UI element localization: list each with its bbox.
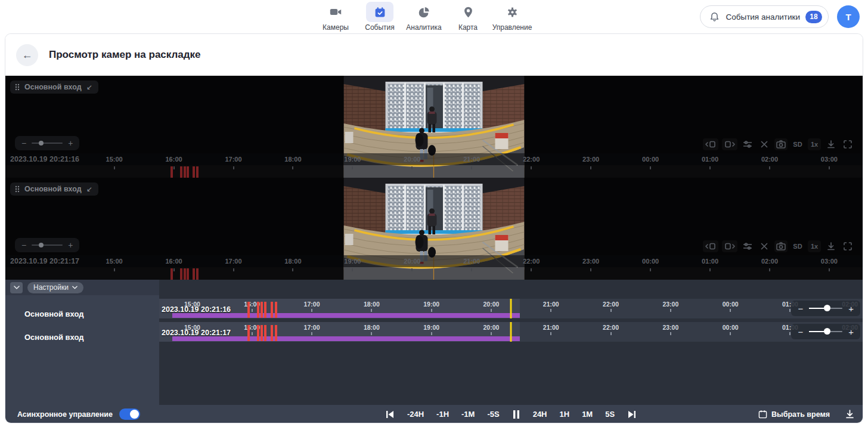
motion-event-marker[interactable] [180,166,182,178]
zoom-in-button[interactable]: + [68,240,73,250]
camera-timeline[interactable]: 2023.10.19 20:21:1615:0016:0017:0018:001… [5,153,863,178]
zoom-slider[interactable] [809,308,842,309]
speed-toggle[interactable]: 1x [808,138,821,150]
next-bookmark-button[interactable] [722,240,737,252]
motion-event-marker[interactable] [187,268,189,280]
zoom-slider[interactable] [809,331,842,332]
tab-management[interactable]: Управление [492,2,532,32]
motion-event-marker[interactable] [193,166,195,178]
step-button--5s[interactable]: -5S [487,410,499,419]
motion-event-marker[interactable] [184,166,186,178]
camera-title-chip[interactable]: Основной вход ↙ [10,182,98,196]
zoom-out-button[interactable]: − [21,138,26,148]
step-button-1m[interactable]: 1M [582,410,593,419]
next-bookmark-button[interactable] [722,138,737,150]
camera-title-chip[interactable]: Основной вход ↙ [10,81,98,94]
export-download-button[interactable] [845,410,854,419]
step-button-5s[interactable]: 5S [605,410,615,419]
drag-handle-icon[interactable] [15,185,20,193]
zoom-out-button[interactable]: − [798,327,803,337]
zoom-slider-knob[interactable] [824,305,830,311]
archive-record-bar[interactable] [172,336,520,341]
camera-panel-1[interactable]: Основной вход ↙ − + SD 1x 2023.10.19 2 [5,76,863,178]
tab-analytics[interactable]: Аналитика [404,2,444,32]
motion-event-marker[interactable] [180,268,182,280]
step-button--24h[interactable]: -24H [407,410,424,419]
tab-map[interactable]: Карта [448,2,488,32]
step-button--1h[interactable]: -1H [436,410,449,419]
collapse-arrow-icon[interactable]: ↙ [86,185,92,193]
skip-to-start-button[interactable] [385,410,395,419]
motion-event-marker[interactable] [264,302,266,318]
motion-event-marker[interactable] [257,325,259,341]
tab-events[interactable]: События [359,2,400,32]
step-button--1m[interactable]: -1M [461,410,475,419]
motion-event-marker[interactable] [271,325,273,341]
zoom-slider[interactable] [32,245,63,246]
fullscreen-button[interactable] [841,138,854,150]
collapse-arrow-icon[interactable]: ↙ [86,83,92,91]
speed-toggle[interactable]: 1x [808,240,821,252]
timeline-track[interactable]: 15:0016:0017:0018:0019:0020:0021:0022:00… [159,299,863,318]
user-avatar[interactable]: T [837,5,860,28]
zoom-slider-knob[interactable] [39,243,44,247]
skip-to-end-button[interactable] [627,410,637,419]
timeline-track[interactable]: 15:0016:0017:0018:0019:0020:0021:0022:00… [159,322,863,342]
pause-button[interactable] [512,410,520,419]
zoom-in-button[interactable]: + [848,304,854,314]
timeline-row-label[interactable]: Основной вход [5,302,159,326]
motion-event-marker[interactable] [247,325,250,341]
zoom-slider-knob[interactable] [39,141,44,146]
motion-event-marker[interactable] [275,302,277,318]
zoom-slider[interactable] [32,143,63,144]
tune-button[interactable] [741,240,754,252]
async-control-toggle[interactable] [119,408,140,420]
step-button-24h[interactable]: 24H [533,410,547,419]
close-button[interactable] [758,240,771,252]
zoom-out-button[interactable]: − [798,304,803,314]
motion-event-marker[interactable] [264,325,266,341]
back-button[interactable]: ← [16,44,38,66]
zoom-in-button[interactable]: + [68,138,73,148]
motion-event-marker[interactable] [170,166,173,178]
tab-cameras[interactable]: Камеры [315,2,356,32]
close-button[interactable] [758,138,771,150]
camera-panel-2[interactable]: Основной вход ↙ − + SD 1x 2023.10.19 2 [5,178,863,280]
quality-toggle[interactable]: SD [791,138,804,150]
motion-event-marker[interactable] [261,325,263,341]
motion-event-marker[interactable] [184,268,186,280]
motion-event-marker[interactable] [271,302,273,318]
motion-event-marker[interactable] [257,302,259,318]
motion-event-marker[interactable] [196,268,199,280]
tune-button[interactable] [741,138,754,150]
prev-bookmark-button[interactable] [703,240,718,252]
zoom-out-button[interactable]: − [21,240,26,250]
download-button[interactable] [824,138,838,150]
collapse-panel-button[interactable] [10,282,23,293]
archive-record-bar[interactable] [172,313,520,318]
snapshot-button[interactable] [774,240,788,252]
quality-toggle[interactable]: SD [791,240,804,252]
motion-event-marker[interactable] [187,166,189,178]
analytics-events-button[interactable]: События аналитики 18 [700,5,829,28]
motion-event-marker[interactable] [196,166,199,178]
download-button[interactable] [824,240,838,252]
playhead-cursor[interactable] [510,322,512,342]
zoom-slider-knob[interactable] [824,328,830,335]
settings-dropdown[interactable]: Настройки [27,282,83,293]
drag-handle-icon[interactable] [15,83,20,91]
prev-bookmark-button[interactable] [703,138,718,150]
motion-event-marker[interactable] [170,268,173,280]
snapshot-button[interactable] [774,138,788,150]
motion-event-marker[interactable] [275,325,277,341]
timeline-row-label[interactable]: Основной вход [5,326,159,349]
fullscreen-button[interactable] [841,240,854,252]
playhead-cursor[interactable] [510,299,512,318]
select-time-button[interactable]: Выбрать время [758,410,830,419]
motion-event-marker[interactable] [247,302,250,318]
zoom-in-button[interactable]: + [848,327,854,337]
motion-event-marker[interactable] [193,268,195,280]
motion-event-marker[interactable] [261,302,263,318]
camera-timeline[interactable]: 2023.10.19 20:21:1715:0016:0017:0018:001… [5,255,863,280]
step-button-1h[interactable]: 1H [560,410,570,419]
